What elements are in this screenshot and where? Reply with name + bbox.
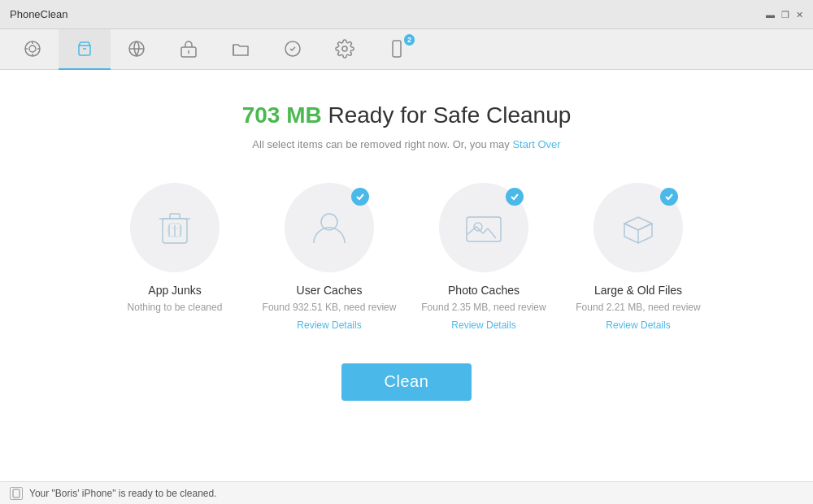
toolbar-network[interactable] bbox=[111, 29, 163, 70]
subtitle: All select items can be removed right no… bbox=[252, 138, 560, 150]
check-icon bbox=[510, 192, 520, 202]
svg-rect-28 bbox=[13, 489, 20, 497]
photo-caches-desc: Found 2.35 MB, need review bbox=[421, 301, 546, 315]
large-old-files-desc: Found 2.21 MB, need review bbox=[576, 301, 700, 315]
toolbar: 2 bbox=[0, 29, 813, 70]
toolbar-deepclean[interactable] bbox=[59, 29, 111, 70]
app-junks-desc: Nothing to be cleaned bbox=[128, 301, 223, 315]
photo-caches-title: Photo Caches bbox=[448, 284, 520, 297]
card-user-caches: User Caches Found 932.51 KB, need review… bbox=[260, 183, 398, 331]
toolbar-quickclean[interactable] bbox=[7, 29, 59, 70]
main-content: 703 MB Ready for Safe Cleanup All select… bbox=[0, 70, 813, 481]
subtitle-prefix: All select items can be removed right no… bbox=[252, 138, 512, 150]
check-icon bbox=[355, 192, 365, 202]
photo-caches-check-badge bbox=[506, 188, 524, 206]
user-caches-review-link[interactable]: Review Details bbox=[297, 319, 361, 331]
headline-size: 703 MB bbox=[242, 102, 322, 128]
start-over-link[interactable]: Start Over bbox=[512, 138, 560, 150]
status-bar: Your "Boris' iPhone" is ready to be clea… bbox=[0, 481, 813, 504]
svg-point-13 bbox=[342, 46, 347, 51]
cards-row: App Junks Nothing to be cleaned User Cac… bbox=[106, 183, 707, 331]
app-junks-icon-wrapper bbox=[130, 183, 220, 272]
toolbar-backup[interactable] bbox=[267, 29, 319, 70]
maximize-button[interactable]: ❐ bbox=[781, 10, 789, 19]
svg-rect-14 bbox=[393, 41, 401, 57]
clean-button[interactable]: Clean bbox=[341, 363, 472, 401]
minimize-button[interactable]: ▬ bbox=[766, 10, 775, 19]
card-large-old-files: Large & Old Files Found 2.21 MB, need re… bbox=[569, 183, 707, 331]
large-old-files-review-link[interactable]: Review Details bbox=[606, 319, 670, 331]
large-old-files-icon-wrapper bbox=[593, 183, 683, 272]
user-caches-icon-wrapper bbox=[285, 183, 374, 272]
box-icon bbox=[616, 206, 660, 250]
headline-rest: Ready for Safe Cleanup bbox=[322, 102, 572, 128]
toolbar-device[interactable]: 2 bbox=[371, 29, 423, 70]
photo-caches-icon-wrapper bbox=[439, 183, 528, 272]
toolbar-settings[interactable] bbox=[319, 29, 371, 70]
close-button[interactable]: ✕ bbox=[796, 10, 803, 19]
user-icon bbox=[307, 206, 351, 250]
photo-caches-review-link[interactable]: Review Details bbox=[451, 319, 515, 331]
large-old-files-check-badge bbox=[660, 188, 678, 206]
title-bar: PhoneClean ▬ ❐ ✕ bbox=[0, 0, 813, 29]
device-status-icon bbox=[10, 487, 23, 500]
user-caches-desc: Found 932.51 KB, need review bbox=[263, 301, 397, 315]
large-old-files-title: Large & Old Files bbox=[594, 284, 682, 297]
card-app-junks: App Junks Nothing to be cleaned bbox=[106, 183, 244, 331]
check-icon bbox=[664, 192, 674, 202]
status-message: Your "Boris' iPhone" is ready to be clea… bbox=[29, 488, 217, 499]
photo-icon bbox=[462, 206, 506, 250]
user-caches-check-badge bbox=[351, 188, 369, 206]
toolbar-filemanager[interactable] bbox=[215, 29, 267, 70]
app-title: PhoneClean bbox=[10, 8, 68, 20]
card-photo-caches: Photo Caches Found 2.35 MB, need review … bbox=[415, 183, 553, 331]
window-controls: ▬ ❐ ✕ bbox=[766, 10, 803, 19]
svg-point-27 bbox=[474, 223, 482, 231]
toolbar-toolbox[interactable] bbox=[163, 29, 215, 70]
user-caches-title: User Caches bbox=[297, 284, 363, 297]
trash-icon bbox=[153, 206, 197, 250]
headline: 703 MB Ready for Safe Cleanup bbox=[242, 102, 572, 128]
svg-point-1 bbox=[29, 46, 36, 52]
app-junks-title: App Junks bbox=[148, 284, 201, 297]
